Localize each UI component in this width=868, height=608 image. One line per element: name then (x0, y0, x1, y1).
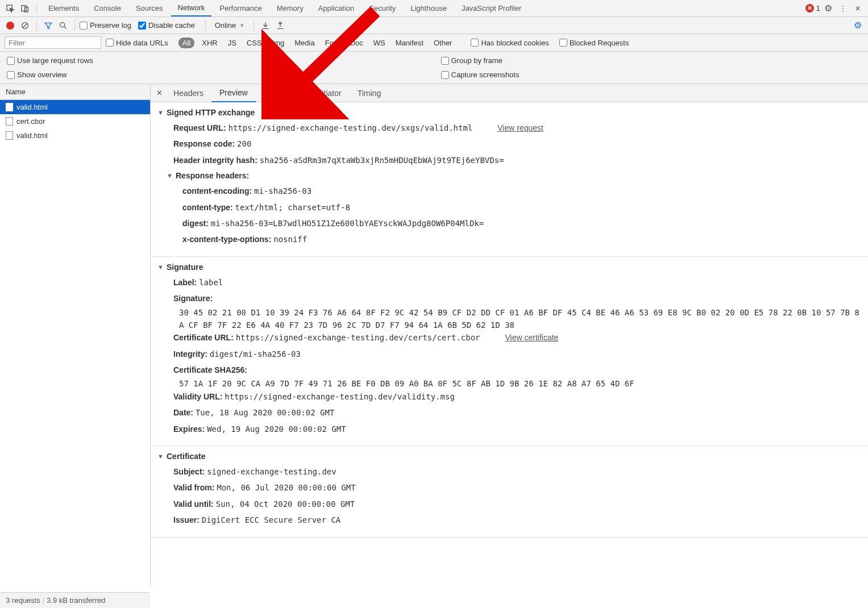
request-row[interactable]: valid.html (0, 100, 150, 114)
tab-console[interactable]: Console (87, 1, 128, 16)
label-label: Label: (173, 278, 197, 287)
cert-url-value: https://signed-exchange-testing.dev/cert… (236, 333, 480, 342)
request-url-label: Request URL: (173, 123, 226, 132)
transferred-size: 3.9 kB transferred (47, 596, 105, 605)
preserve-log-checkbox[interactable]: Preserve log (80, 21, 131, 30)
detail-tab-initiator[interactable]: Initiator (308, 85, 350, 102)
request-row[interactable]: valid.html (0, 128, 150, 143)
has-blocked-cookies-label: Has blocked cookies (481, 39, 549, 47)
request-url-value: https://signed-exchange-testing.dev/sxgs… (228, 123, 472, 132)
tab-sources[interactable]: Sources (129, 1, 170, 16)
view-request-link[interactable]: View request (497, 123, 543, 132)
hide-data-urls-label: Hide data URLs (116, 39, 168, 47)
valid-from-value: Mon, 06 Jul 2020 00:00:00 GMT (217, 483, 355, 492)
cert-sha-row: Certificate SHA256: (173, 364, 861, 376)
cert-url-label: Certificate URL: (173, 333, 234, 342)
request-row[interactable]: cert.cbor (0, 114, 150, 128)
subject-label: Subject: (173, 467, 205, 476)
detail-tab-preview[interactable]: Preview (211, 84, 256, 102)
separator (74, 20, 75, 31)
svg-point-5 (60, 22, 65, 27)
has-blocked-cookies-checkbox[interactable]: Has blocked cookies (471, 39, 549, 47)
group-by-frame-label: Group by frame (451, 56, 502, 65)
signature-title-row[interactable]: ▼ Signature (157, 263, 861, 272)
clear-button[interactable] (18, 19, 32, 32)
certificate-title-row[interactable]: ▼ Certificate (157, 452, 861, 461)
search-icon[interactable] (56, 19, 70, 32)
tab-network[interactable]: Network (171, 0, 212, 16)
request-list-header[interactable]: Name (0, 84, 150, 100)
close-detail-button[interactable]: ✕ (153, 89, 165, 97)
tab-application[interactable]: Application (312, 1, 362, 16)
content-type-value: text/html; charset=utf-8 (235, 203, 350, 212)
filter-input[interactable] (5, 36, 101, 49)
filter-type-js[interactable]: JS (225, 38, 239, 48)
validity-url-label: Validity URL: (173, 392, 222, 401)
header-integrity-row: Header integrity hash: sha256-aSdRm3m7qX… (173, 154, 861, 166)
filter-type-media[interactable]: Media (292, 38, 317, 48)
inspect-icon[interactable] (3, 2, 17, 15)
filter-type-xhr[interactable]: XHR (199, 38, 220, 48)
error-badge[interactable]: ✕ 1 (805, 4, 820, 13)
settings-icon[interactable]: ⚙ (821, 2, 835, 15)
device-toggle-icon[interactable] (18, 2, 32, 15)
separator (254, 20, 254, 31)
tab-elements[interactable]: Elements (41, 1, 86, 16)
response-headers-title-row[interactable]: ▼ Response headers: (167, 171, 861, 180)
view-certificate-link[interactable]: View certificate (505, 333, 558, 342)
separator: | (43, 596, 44, 605)
issuer-row: Issuer: DigiCert ECC Secure Server CA (173, 514, 861, 526)
filter-type-img[interactable]: Img (269, 38, 288, 48)
filter-type-doc[interactable]: Doc (347, 38, 366, 48)
separator (36, 20, 37, 31)
validity-url-value: https://signed-exchange-testing.dev/vali… (225, 392, 455, 401)
filter-type-all[interactable]: All (178, 38, 194, 48)
digest-label: digest: (182, 219, 209, 228)
record-button[interactable] (3, 19, 17, 32)
capture-screenshots-checkbox[interactable]: Capture screenshots (441, 70, 856, 79)
valid-until-value: Sun, 04 Oct 2020 00:00:00 GMT (216, 499, 355, 509)
filter-type-ws[interactable]: WS (371, 38, 388, 48)
blocked-requests-checkbox[interactable]: Blocked Requests (559, 39, 629, 47)
valid-until-row: Valid until: Sun, 04 Oct 2020 00:00:00 G… (173, 498, 861, 510)
tab-jsprofiler[interactable]: JavaScript Profiler (455, 1, 528, 16)
sxg-title-row[interactable]: ▼ Signed HTTP exchange Learn more (157, 108, 861, 117)
signature-label: Signature: (173, 294, 213, 303)
detail-tab-response[interactable]: Response (256, 85, 308, 102)
show-overview-checkbox[interactable]: Show overview (7, 70, 422, 79)
import-har-icon[interactable] (259, 19, 272, 32)
more-icon[interactable]: ⋮ (836, 2, 850, 15)
label-row: Label: label (173, 276, 861, 289)
main-panel: Name valid.html cert.cbor valid.html ✕ H… (0, 84, 868, 587)
tab-security[interactable]: Security (362, 1, 402, 16)
certificate-title: Certificate (167, 452, 205, 461)
filter-type-font[interactable]: Font (322, 38, 343, 48)
tab-performance[interactable]: Performance (213, 1, 268, 16)
issuer-label: Issuer: (173, 515, 200, 524)
tab-lighthouse[interactable]: Lighthouse (404, 1, 454, 16)
throttling-select[interactable]: Online▼ (210, 20, 250, 31)
learn-more-link[interactable]: Learn more (281, 108, 324, 117)
filter-icon[interactable] (41, 19, 55, 32)
group-by-frame-checkbox[interactable]: Group by frame (441, 56, 856, 65)
disable-cache-checkbox[interactable]: Disable cache (138, 21, 195, 30)
disclosure-triangle-icon: ▼ (157, 264, 163, 270)
preserve-log-label: Preserve log (90, 21, 131, 30)
expires-row: Expires: Wed, 19 Aug 2020 00:00:02 GMT (173, 423, 861, 435)
close-icon[interactable]: ✕ (851, 2, 865, 15)
filter-type-css[interactable]: CSS (244, 38, 265, 48)
hide-data-urls-checkbox[interactable]: Hide data URLs (106, 39, 168, 47)
validity-url-row: Validity URL: https://signed-exchange-te… (173, 390, 861, 403)
content-type-label: content-type: (182, 203, 233, 212)
digest-row: digest: mi-sha256-03=LB7wdlHO51Z1Ze600lb… (182, 217, 861, 230)
filter-type-other[interactable]: Other (431, 38, 455, 48)
filter-type-manifest[interactable]: Manifest (393, 38, 426, 48)
detail-tab-timing[interactable]: Timing (350, 85, 389, 102)
tab-memory[interactable]: Memory (270, 1, 310, 16)
export-har-icon[interactable] (273, 19, 287, 32)
detail-tab-headers[interactable]: Headers (165, 85, 211, 102)
network-settings-icon[interactable]: ⚙ (851, 19, 865, 32)
network-toolbar: Preserve log Disable cache Online▼ ⚙ (0, 17, 868, 34)
use-large-rows-checkbox[interactable]: Use large request rows (7, 56, 422, 65)
date-value: Tue, 18 Aug 2020 00:00:02 GMT (196, 408, 334, 417)
